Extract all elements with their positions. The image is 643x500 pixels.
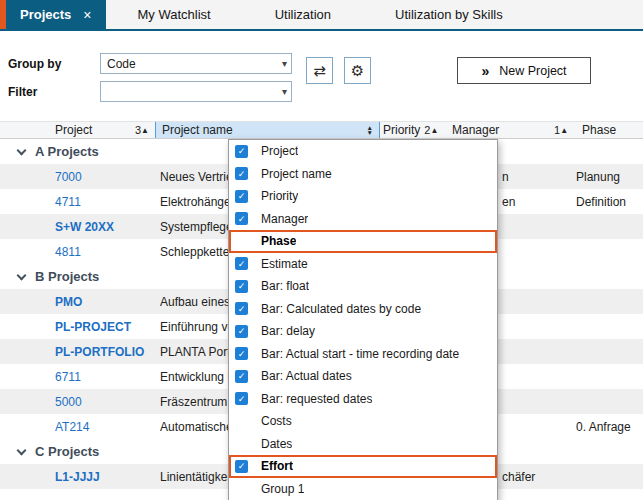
phase-cell: 0. Anfrage [552,420,643,434]
column-menu-item[interactable]: ✓Bar: float [229,275,497,298]
column-header-manager[interactable]: Manager [450,122,552,138]
sort-arrow-icon: ▲ [560,126,568,135]
project-code-link[interactable]: 7000 [45,170,155,184]
project-code-link[interactable]: 6711 [45,370,155,384]
group-label: C Projects [35,444,99,459]
column-menu-item[interactable]: ✓Project name [229,163,497,186]
column-header-project-name-label: Project name [162,123,233,137]
column-menu-item-label: Project name [261,167,332,181]
checkbox-checked-icon[interactable]: ✓ [235,280,248,293]
tab-projects-label: Projects [20,7,71,22]
column-menu-item[interactable]: ✓Phase [229,230,497,253]
column-menu: ✓Project✓Project name✓Priority✓Manager✓P… [228,139,498,500]
group-by-value: Code [107,57,282,71]
phase-cell: Definition [552,195,643,209]
column-menu-item[interactable]: ✓Effort [229,455,497,478]
checkbox-checked-icon[interactable]: ✓ [235,347,248,360]
sort-arrow-icon: ▲ [430,126,438,135]
gear-icon: ⚙ [351,62,364,80]
checkbox-checked-icon[interactable]: ✓ [235,302,248,315]
column-menu-item-label: Costs [261,414,292,428]
column-menu-item[interactable]: ✓Priority [229,185,497,208]
column-menu-item[interactable]: ✓Manager [229,208,497,231]
column-menu-item-label: Bar: Actual dates [261,369,352,383]
column-menu-item-label: Estimate [261,257,308,271]
tab-bar: Projects × My Watchlist Utilization Util… [0,0,643,31]
column-menu-item-label: Effort [261,459,293,473]
column-header-priority[interactable]: Priority 2▲ [380,122,450,138]
settings-button[interactable]: ⚙ [344,57,371,84]
refresh-button[interactable]: ⇄ [306,57,333,84]
checkbox-checked-icon[interactable]: ✓ [235,370,248,383]
column-menu-item-label: Group 1 [261,482,304,496]
column-menu-item[interactable]: ✓Bar: requested dates [229,388,497,411]
tab-projects[interactable]: Projects × [6,0,106,29]
column-header-phase[interactable]: 1▲ Phase [552,122,643,138]
new-project-button[interactable]: » New Project [457,57,591,84]
chevron-down-icon: ▾ [282,58,287,69]
checkbox-checked-icon[interactable]: ✓ [235,257,248,270]
column-menu-item-label: Bar: Actual start - time recording date [261,347,459,361]
project-code-link[interactable]: AT214 [45,420,155,434]
tab-utilization[interactable]: Utilization [243,0,363,29]
tab-my-watchlist[interactable]: My Watchlist [106,0,243,29]
checkbox-checked-icon[interactable]: ✓ [235,190,248,203]
project-code-link[interactable]: PL-PROJECT [45,320,155,334]
close-icon[interactable]: × [83,8,91,22]
column-menu-item[interactable]: ✓Bar: Calculated dates by code [229,298,497,321]
project-code-link[interactable]: 4811 [45,245,155,259]
sort-toggle-icon[interactable]: ▲▼ [367,125,373,136]
column-header-priority-label: Priority [383,123,420,137]
tab-my-watchlist-label: My Watchlist [138,7,211,22]
checkbox-checked-icon[interactable]: ✓ [235,392,248,405]
sort-badge-project: 3▲ [135,124,149,136]
project-code-link[interactable]: 5000 [45,395,155,409]
project-code-link[interactable]: PMO [45,295,155,309]
column-menu-item[interactable]: ✓Dates [229,433,497,456]
checkbox-checked-icon[interactable]: ✓ [235,212,248,225]
column-header-phase-label: Phase [582,123,616,137]
filter-dropdown[interactable]: ▾ [100,81,292,102]
sort-badge-phase: 1▲ [554,124,568,136]
column-menu-item[interactable]: ✓Group 1 [229,478,497,500]
group-label: B Projects [35,269,99,284]
column-header-manager-label: Manager [452,123,499,137]
column-menu-item[interactable]: ✓Estimate [229,253,497,276]
checkbox-checked-icon[interactable]: ✓ [235,325,248,338]
project-code-link[interactable]: PL-PORTFOLIO [45,345,155,359]
checkbox-checked-icon[interactable]: ✓ [235,167,248,180]
tab-utilization-by-skills-label: Utilization by Skills [395,7,503,22]
column-header-project[interactable]: Project 3▲ [45,122,155,138]
chevron-down-icon: ▾ [282,86,287,97]
checkbox-checked-icon[interactable]: ✓ [235,460,248,473]
project-code-link[interactable]: S+W 20XX [45,220,155,234]
project-code-link[interactable]: L1-JJJJ [45,470,155,484]
column-menu-item-label: Manager [261,212,308,226]
column-menu-item-label: Bar: float [261,279,309,293]
project-code-link[interactable]: 4711 [45,195,155,209]
column-menu-item[interactable]: ✓Costs [229,410,497,433]
column-menu-item[interactable]: ✓Bar: Actual dates [229,365,497,388]
group-by-dropdown[interactable]: Code ▾ [100,53,292,74]
group-label: A Projects [35,144,99,159]
tab-utilization-by-skills[interactable]: Utilization by Skills [363,0,535,29]
checkbox-checked-icon[interactable]: ✓ [235,145,248,158]
column-menu-item-label: Bar: requested dates [261,392,372,406]
column-menu-item[interactable]: ✓Project [229,140,497,163]
chevron-down-icon [17,445,27,455]
column-menu-item[interactable]: ✓Bar: delay [229,320,497,343]
filter-label: Filter [8,85,37,99]
tab-utilization-label: Utilization [275,7,331,22]
group-by-label: Group by [8,57,61,71]
column-menu-item-label: Dates [261,437,292,451]
table-header: Project 3▲ Project name ▲▼ Priority 2▲ M… [0,121,643,139]
header-indent [0,122,45,138]
column-menu-item-label: Phase [261,234,296,248]
refresh-icon: ⇄ [313,62,326,80]
column-menu-item[interactable]: ✓Bar: Actual start - time recording date [229,343,497,366]
chevron-down-icon [17,270,27,280]
column-menu-item-label: Bar: Calculated dates by code [261,302,421,316]
column-menu-item-label: Project [261,144,298,158]
double-chevron-icon: » [481,63,489,79]
column-header-project-name[interactable]: Project name ▲▼ [155,122,380,138]
